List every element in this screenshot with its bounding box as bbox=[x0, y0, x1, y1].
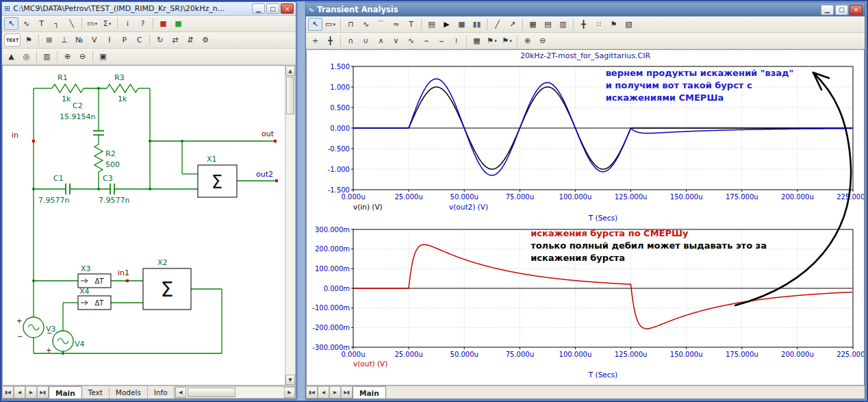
legend-item[interactable]: v(out2) (V) bbox=[449, 203, 488, 211]
flip-y-button[interactable]: ⇵ bbox=[183, 34, 197, 47]
close-button[interactable]: × bbox=[281, 3, 294, 14]
mode-select-icon[interactable]: ▲ bbox=[4, 50, 18, 63]
last-page-button[interactable]: ▶▮ bbox=[37, 386, 49, 399]
vertical-grid-icon[interactable]: ▤ bbox=[541, 18, 555, 31]
macro-menu[interactable]: Σ▾ bbox=[100, 17, 114, 30]
vscroll-thumb[interactable] bbox=[286, 77, 294, 114]
horizontal-grid-icon[interactable]: ▦ bbox=[526, 18, 540, 31]
go-to-y-icon[interactable]: ⚑▾ bbox=[500, 34, 514, 47]
vscroll-track[interactable] bbox=[285, 76, 295, 375]
line-tool[interactable]: ╱ bbox=[490, 18, 505, 31]
schematic-hscrollbar[interactable]: ◀ ▶ bbox=[175, 386, 296, 399]
low-icon[interactable]: ∨ bbox=[389, 34, 403, 47]
run-button[interactable]: ▶ bbox=[439, 18, 454, 31]
inflection-icon[interactable]: ∿ bbox=[404, 34, 418, 47]
cursor-track-icon[interactable]: ╋ bbox=[323, 34, 337, 47]
grid-toggle[interactable]: ⊞ bbox=[42, 34, 56, 47]
performance-icon[interactable]: ▧ bbox=[622, 18, 636, 31]
waveform-icon[interactable]: ∿ bbox=[359, 18, 373, 31]
high-icon[interactable]: ∧ bbox=[374, 34, 388, 47]
first-page-button[interactable]: ▮◀ bbox=[2, 386, 14, 399]
scroll-right-button[interactable]: ▶ bbox=[284, 387, 295, 398]
zoom-in-button[interactable]: ⊕ bbox=[60, 50, 75, 63]
schematic-canvas[interactable]: ΣΣΔTΔTR11kR31kC215.9154nR2500C17.9577nC3… bbox=[2, 65, 285, 386]
power-toggle[interactable]: P bbox=[117, 34, 131, 47]
schematic-vscrollbar[interactable]: ▲ ▼ bbox=[285, 65, 296, 386]
node-numbers-toggle[interactable]: № bbox=[72, 34, 86, 47]
rotate-button[interactable]: ↻ bbox=[153, 34, 167, 47]
pin-markers-toggle[interactable]: ⊥ bbox=[57, 34, 71, 47]
zoom-out-button[interactable]: ⊖ bbox=[535, 34, 550, 47]
minimize-button[interactable]: ▁ bbox=[821, 5, 834, 15]
flag-tool[interactable]: ⚑ bbox=[21, 34, 36, 47]
info-tool[interactable]: i bbox=[120, 17, 135, 30]
properties-button[interactable]: ⚙ bbox=[198, 34, 212, 47]
valley-icon[interactable]: ∪ bbox=[359, 34, 373, 47]
waveform-plot-bottom[interactable]: 300.000m200.000m100.000m0.000m-100.000m-… bbox=[307, 225, 865, 383]
maximize-button[interactable]: □ bbox=[266, 3, 279, 14]
wire-tool[interactable]: ┐ bbox=[49, 17, 64, 30]
zoom-out-button[interactable]: ⊖ bbox=[75, 50, 90, 63]
smooth-icon[interactable]: ≈ bbox=[389, 18, 403, 31]
peak-icon[interactable]: ∩ bbox=[344, 34, 358, 47]
flip-x-button[interactable]: ⇄ bbox=[168, 34, 182, 47]
last-page-button[interactable]: ▶▮ bbox=[341, 386, 353, 399]
minimize-button[interactable]: ▁ bbox=[252, 3, 265, 14]
currents-toggle[interactable]: I bbox=[102, 34, 116, 47]
close-button[interactable]: × bbox=[850, 5, 863, 15]
resistor-symbol[interactable] bbox=[107, 84, 138, 92]
cursor-add-icon[interactable]: + bbox=[308, 34, 322, 47]
properties-button[interactable]: ▤ bbox=[424, 18, 439, 31]
prev-page-button[interactable]: ◀ bbox=[318, 386, 329, 399]
go-state-icon[interactable]: ■ bbox=[171, 17, 186, 30]
select-tool[interactable]: ↖ bbox=[308, 18, 322, 31]
camera-icon[interactable]: ▣ bbox=[96, 50, 110, 63]
prev-page-button[interactable]: ◀ bbox=[14, 386, 25, 399]
scope-icon[interactable]: ⊓ bbox=[344, 18, 358, 31]
cursor-curves-icon[interactable]: ⌒ bbox=[374, 18, 388, 31]
graphics-menu[interactable]: ▭▾ bbox=[85, 17, 99, 30]
help-tool[interactable]: ? bbox=[136, 17, 150, 30]
text-tool[interactable]: T bbox=[404, 18, 418, 31]
text-tool[interactable]: T bbox=[34, 17, 49, 30]
tab-main[interactable]: Main bbox=[49, 386, 82, 399]
text-stencil-button[interactable]: TEXT bbox=[4, 34, 21, 47]
next-page-button[interactable]: ▶ bbox=[329, 386, 341, 399]
analysis-plot-area[interactable]: 20kHz-2T-most_for_Sagittarius.CIR 1.5001… bbox=[306, 49, 865, 386]
component-tool[interactable]: ∿ bbox=[19, 17, 34, 30]
numeric-output-icon[interactable]: ▦ bbox=[470, 34, 484, 47]
maximize-button[interactable]: □ bbox=[835, 5, 848, 15]
tab-info[interactable]: Info bbox=[148, 386, 175, 399]
schematic-drawing[interactable]: ΣΣΔTΔTR11kR31kC215.9154nR2500C17.9577nC3… bbox=[3, 66, 285, 386]
hscroll-track[interactable] bbox=[186, 387, 284, 398]
search-icon[interactable]: ◎ bbox=[19, 50, 34, 63]
tab-text[interactable]: Text bbox=[82, 386, 110, 399]
stop-button[interactable]: ■ bbox=[455, 18, 469, 31]
token-icon[interactable]: ⚑ bbox=[607, 18, 621, 31]
hscroll-thumb[interactable] bbox=[188, 388, 235, 397]
tab-main[interactable]: Main bbox=[353, 386, 386, 399]
select-tool[interactable]: ↖ bbox=[4, 17, 18, 30]
graphics-menu[interactable]: ▭▾ bbox=[323, 18, 337, 31]
cursor-mode-icon[interactable]: ╋ bbox=[576, 18, 591, 31]
node-voltages-toggle[interactable]: V bbox=[87, 34, 101, 47]
global-high-icon[interactable]: ⌢ bbox=[419, 34, 433, 47]
pause-button[interactable]: ▮▮ bbox=[470, 18, 484, 31]
scroll-left-button[interactable]: ◀ bbox=[175, 387, 186, 398]
go-to-x-icon[interactable]: ⚑▾ bbox=[485, 34, 499, 47]
analysis-titlebar[interactable]: ∿ Transient Analysis ▁ □ × bbox=[306, 3, 865, 16]
legend-item[interactable]: v(out) (V) bbox=[353, 360, 387, 368]
first-page-button[interactable]: ▮◀ bbox=[306, 386, 318, 399]
zoom-in-button[interactable]: ⊕ bbox=[520, 34, 535, 47]
waveform-plot-top[interactable]: 1.5001.0000.5000.000-0.500-1.000-1.5000.… bbox=[307, 61, 865, 225]
scroll-up-button[interactable]: ▲ bbox=[285, 66, 295, 76]
scroll-down-button[interactable]: ▼ bbox=[285, 375, 295, 385]
next-page-button[interactable]: ▶ bbox=[25, 386, 37, 399]
data-points-icon[interactable]: ∷ bbox=[591, 18, 606, 31]
bottom-icon[interactable]: ≀ bbox=[449, 34, 463, 47]
stop-state-icon[interactable]: ■ bbox=[156, 17, 170, 30]
tab-models[interactable]: Models bbox=[110, 386, 148, 399]
global-low-icon[interactable]: ⌣ bbox=[434, 34, 448, 47]
conditions-toggle[interactable]: C bbox=[132, 34, 146, 47]
resistor-symbol[interactable] bbox=[52, 84, 84, 92]
